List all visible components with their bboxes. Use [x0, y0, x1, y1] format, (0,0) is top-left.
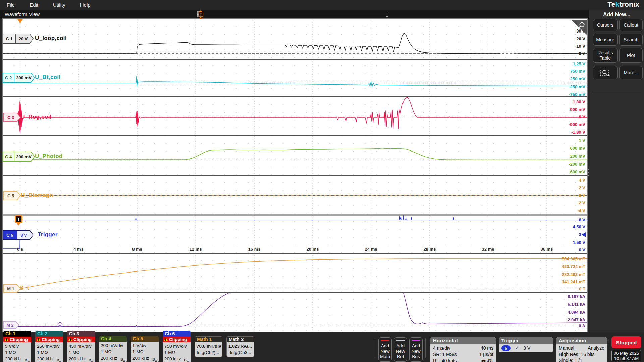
divider [375, 338, 375, 358]
ch1-axis-label: 10 V [576, 44, 585, 49]
ch1-badge[interactable]: C 120 V [3, 34, 34, 44]
bottom-badge-header: Ch 6 [163, 331, 191, 337]
math1-axis-label: 141.241 mT [562, 279, 585, 284]
horizontal-panel[interactable]: Horizontal4 ms/div40 msSR: 1 MS/s1 µs/pt… [430, 337, 496, 362]
ch1-label[interactable]: U_loop,coil [35, 35, 67, 42]
warning-icon [68, 338, 72, 341]
badge-row: 1 MΩ [69, 349, 93, 356]
panel-resize-handle[interactable] [588, 169, 589, 176]
bottom-badge-ch2[interactable]: Ch 2Clipping250 mV/div1 MΩ200 kHzBW [35, 331, 63, 362]
bottom-badge-ch4[interactable]: Ch 4200 mV/div1 MΩ200 kHzBW [99, 336, 127, 362]
ch4-badge-inner: C 4200 mV [3, 152, 34, 161]
ch6-badge[interactable]: C 63 V [3, 230, 34, 240]
math1-trace [3, 258, 587, 289]
math2-axis-label: 2.047 kA [568, 317, 585, 322]
bottom-badge-ch3[interactable]: Ch 3Clipping450 mV/div1 MΩ200 kHzBW [67, 331, 95, 362]
ch5-badge[interactable]: C 5 [3, 191, 21, 200]
math2-badge-cell: M 2 [4, 322, 19, 328]
ch5-badge-inner: C 5 [4, 192, 20, 200]
bottom-badge-body: 70.6 mT/divIntg(Ch2)... [195, 342, 222, 357]
waveform-area[interactable]: T 30 V20 V10 V0 VU_loop,coilC 120 V1.25 … [3, 19, 587, 332]
menu-item-file[interactable]: File [7, 2, 15, 8]
ch6-axis-label: 6 V [579, 217, 585, 222]
color-bar [412, 340, 420, 341]
time-tick-label: 32 ms [476, 247, 500, 252]
bottom-badge-body: 750 mV/div1 MΩ200 kHzBW [163, 342, 191, 362]
cursors-button[interactable]: Cursors [593, 19, 618, 31]
bottom-badge-math2[interactable]: Math 21.023 kA/...-Intg(Ch3... [226, 336, 254, 357]
math1-badge[interactable]: M 1 [3, 284, 21, 293]
ch6-axis-label: 0 V [579, 247, 585, 252]
results-table-button[interactable]: Results Table [593, 48, 618, 63]
plot-button[interactable]: Plot [619, 48, 643, 63]
trigger-badge[interactable]: T [15, 215, 22, 223]
acquisition-panel[interactable]: AcquisitionManual,AnalyzeHigh Res: 16 bi… [556, 337, 607, 362]
zoom-box-button[interactable] [593, 66, 618, 79]
ch4-label[interactable]: U_Photod [35, 153, 63, 160]
time-tick-label: 36 ms [535, 247, 558, 252]
bottom-badge-body: 1 V/div1 MΩ200 kHzBW [131, 342, 159, 362]
ch6-badge-cell: 3 V [17, 231, 33, 239]
svg-text:T: T [200, 13, 202, 16]
bottom-badge-header: Math 1 [195, 337, 222, 342]
menu-item-help[interactable]: Help [80, 2, 91, 8]
trigger-panel[interactable]: Trigger63 V [499, 337, 553, 352]
ch5-label[interactable]: U_Diamagn [21, 192, 53, 199]
acquisition-panel-header: Acquisition [556, 337, 607, 344]
badge-row: 200 kHzBW [37, 356, 61, 362]
badge-row: 1.023 kA/... [228, 343, 252, 349]
ch5-axis-label: -2 V [577, 200, 585, 205]
bottom-badge-math1[interactable]: Math 170.6 mT/divIntg(Ch2)... [195, 336, 222, 357]
trigger-panel-header: Trigger [499, 337, 553, 344]
trigger-level-arrow-icon[interactable] [582, 232, 586, 237]
record-view-bar[interactable]: T [0, 10, 589, 19]
math2-trace [404, 293, 587, 324]
ch2-badge-cell: C 2 [3, 73, 14, 82]
ch2-trace [3, 76, 587, 87]
ch6-axis-label: 1.50 V [573, 240, 585, 245]
ch2-badge-inner: C 2300 mV [3, 73, 34, 82]
math1-badge-cell: M 1 [4, 285, 20, 292]
bottom-badge-header: Ch 3 [67, 331, 95, 337]
measure-button[interactable]: Measure [593, 34, 618, 46]
badge-row: 250 mV/div [37, 343, 61, 349]
time-tick-label: 8 ms [125, 247, 149, 252]
trigger-position-icon[interactable] [17, 19, 23, 23]
ch6-trace [3, 215, 587, 249]
bottom-badge-body: 200 mV/div1 MΩ200 kHzBW [99, 342, 127, 362]
ch3-label[interactable]: U_Rog,coil [21, 114, 52, 120]
ch1-axis-label: 20 V [576, 36, 585, 41]
right-panel-separator [592, 94, 641, 94]
bottom-badge-ch6[interactable]: Ch 6Clipping750 mV/div1 MΩ200 kHzBW [163, 331, 191, 362]
math1-label[interactable]: B_t [19, 285, 29, 291]
bottom-badge-ch1[interactable]: Ch 1Clipping5 V/div1 MΩ200 kHzBW [3, 331, 31, 362]
menu-bar: FileEditUtilityHelp [0, 0, 644, 10]
callout-button[interactable]: Callout [619, 19, 643, 31]
waveform-canvas [3, 19, 587, 332]
trigger-row: 63 V [501, 345, 550, 351]
ch4-badge[interactable]: C 4200 mV [3, 152, 35, 162]
menu-item-edit[interactable]: Edit [30, 2, 38, 8]
add-new-bus-button[interactable]: AddNewBus [409, 337, 423, 362]
badge-row: 5 V/div [5, 343, 30, 349]
ch3-axis-label: 1.80 V [573, 99, 585, 104]
add-new-math-button[interactable]: AddNewMath [378, 337, 392, 362]
menu-item-utility[interactable]: Utility [53, 2, 65, 8]
ch2-badge[interactable]: C 2300 mV [3, 73, 35, 83]
bottom-badge-body: 5 V/div1 MΩ200 kHzBW [3, 342, 31, 362]
bandwidth-limit-icon: BW [25, 357, 30, 362]
math2-axis-label: 6.141 kA [568, 302, 585, 307]
ch6-label[interactable]: Trigger [38, 231, 58, 238]
horizontal-row: 4 ms/div40 ms [433, 345, 493, 351]
ch2-label[interactable]: U_Bt,coil [35, 74, 60, 81]
title-bar: T Waveform View [0, 10, 589, 19]
bottom-badge-ch5[interactable]: Ch 51 V/div1 MΩ200 kHzBW [131, 336, 159, 362]
add-new-ref-button[interactable]: AddNewRef [394, 337, 407, 362]
badge-row: 200 kHzBW [164, 356, 189, 362]
bottom-bar: Stopped 06 May 2025 10:56:37 AM Ch 1Clip… [0, 332, 644, 362]
ch3-badge[interactable]: C 3 [3, 113, 21, 122]
ch1-trace [3, 33, 587, 54]
search-button[interactable]: Search [619, 34, 643, 46]
acquisition-status-badge[interactable]: Stopped [611, 336, 641, 348]
more-button[interactable]: More... [619, 66, 643, 79]
